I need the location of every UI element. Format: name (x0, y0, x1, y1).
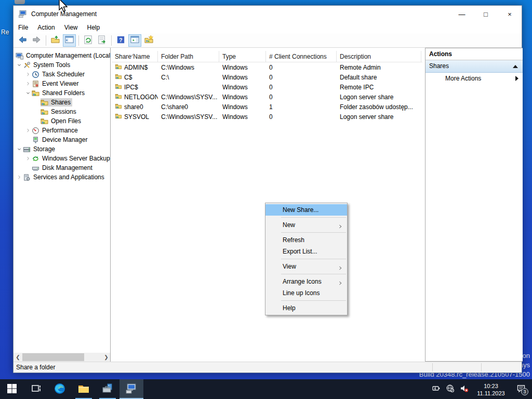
tray-volume-muted-button[interactable] (458, 379, 470, 399)
taskbar-start-button[interactable] (0, 379, 24, 399)
menu-item-label: New (283, 221, 295, 229)
chevron-right-icon[interactable] (24, 127, 32, 134)
context-menu-item-line-up-icons[interactable]: Line up Icons (265, 287, 347, 299)
taskbar-edge-button[interactable] (48, 379, 72, 399)
table-row-sysvol[interactable]: SYSVOLC:\Windows\SYSV...Windows0Logon se… (112, 112, 422, 122)
tree-item-system-tools[interactable]: System Tools (14, 60, 110, 70)
menu-help[interactable]: Help (83, 22, 105, 33)
tree-item-computer-management-local[interactable]: Computer Management (Local) (14, 51, 110, 60)
menu-view[interactable]: View (60, 22, 83, 33)
tools-icon (23, 61, 32, 69)
tree-item-content: Disk Management (32, 164, 94, 172)
cell-description: Remote Admin (337, 64, 421, 71)
console-tree-icon (64, 35, 74, 46)
context-menu-item-export-list[interactable]: Export List... (265, 246, 347, 257)
volume-muted-icon (460, 384, 469, 394)
tray-network-button[interactable] (444, 379, 456, 399)
taskbar-computer-management-button[interactable] (119, 379, 143, 399)
tree-item-performance[interactable]: Performance (14, 126, 110, 135)
chevron-right-icon[interactable] (16, 174, 23, 181)
taskbar-task-view-button[interactable] (24, 379, 48, 399)
tree-item-disk-management[interactable]: Disk Management (14, 163, 110, 172)
scrollbar-track[interactable] (22, 353, 102, 362)
show-console-tree-button[interactable] (63, 34, 76, 47)
cell-text: Windows (222, 113, 248, 121)
cell-text: Logon server share (340, 94, 393, 101)
close-button[interactable]: × (498, 6, 522, 22)
taskbar-file-explorer-button[interactable] (72, 379, 96, 399)
chevron-down-icon[interactable] (24, 89, 32, 97)
column-header-share-name[interactable]: Share Name (112, 51, 158, 62)
titlebar[interactable]: Computer Management —□× (14, 6, 522, 22)
context-menu-item-help[interactable]: Help (265, 302, 347, 314)
chevron-down-icon[interactable] (16, 145, 23, 153)
tree-item-shares[interactable]: Shares (14, 98, 110, 107)
tree-item-label: Windows Server Backup (41, 154, 111, 163)
desktop-icon-label[interactable]: Re (1, 29, 9, 36)
taskbar-clock[interactable]: 10:23 11.11.2023 (472, 382, 510, 397)
scrollbar-thumb[interactable] (22, 353, 84, 361)
column-header-client-connections[interactable]: # Client Connections (266, 51, 337, 62)
context-menu-item-new-share[interactable]: New Share... (265, 204, 347, 216)
export-list-button[interactable] (96, 34, 109, 47)
actions-group-shares[interactable]: Shares (425, 60, 523, 73)
shared-folder-icon (115, 83, 122, 91)
table-row-admin[interactable]: ADMIN$C:\WindowsWindows0Remote Admin (112, 62, 422, 72)
action-pane-icon (130, 35, 140, 46)
context-menu-item-new[interactable]: New (265, 219, 347, 231)
column-header-folder-path[interactable]: Folder Path (158, 51, 219, 62)
menu-file[interactable]: File (14, 22, 33, 33)
tree-item-storage[interactable]: Storage (14, 144, 110, 154)
cell-folder_path: C:\Windows (158, 64, 219, 71)
column-header-description[interactable]: Description (337, 51, 421, 62)
tree-item-windows-server-backup[interactable]: Windows Server Backup (14, 154, 110, 163)
tree-item-device-manager[interactable]: Device Manager (14, 135, 110, 144)
up-one-level-button[interactable] (49, 34, 62, 47)
menu-item-label: New Share... (283, 206, 318, 214)
cell-text: 1 (269, 103, 273, 111)
tree-item-content: Open Files (41, 117, 83, 125)
tree-item-services-and-applications[interactable]: Services and Applications (14, 172, 110, 182)
column-header-type[interactable]: Type (219, 51, 266, 62)
scroll-left-icon[interactable]: ❮ (14, 353, 22, 362)
task-scheduler-icon (32, 71, 41, 78)
chevron-right-icon[interactable] (24, 155, 32, 162)
statusbar-divider (432, 363, 433, 371)
tree-item-content: Event Viewer (32, 79, 80, 88)
tree-item-event-viewer[interactable]: Event Viewer (14, 79, 110, 88)
collapse-caret-icon[interactable] (513, 65, 518, 68)
tray-power-button[interactable] (430, 379, 442, 399)
tree-item-shared-folders[interactable]: Shared Folders (14, 88, 110, 98)
show-action-pane-button[interactable] (128, 34, 141, 47)
action-center-button[interactable]: 3 (512, 379, 530, 399)
taskbar-server-manager-button[interactable] (96, 379, 119, 399)
forward-button[interactable] (30, 34, 43, 47)
help-button[interactable]: ? (114, 34, 127, 47)
scroll-right-icon[interactable]: ❯ (102, 353, 111, 362)
chevron-right-icon[interactable] (24, 71, 32, 78)
refresh-button[interactable] (82, 34, 95, 47)
menu-action[interactable]: Action (33, 22, 59, 33)
tree-item-open-files[interactable]: Open Files (14, 116, 110, 126)
chevron-right-icon[interactable] (24, 80, 32, 87)
shared-folder-icon (115, 113, 122, 121)
new-share-button[interactable] (142, 34, 155, 47)
minimize-button[interactable]: — (450, 6, 474, 22)
tree-horizontal-scrollbar[interactable]: ❮ ❯ (14, 353, 111, 362)
back-button[interactable] (16, 34, 29, 47)
table-row-ipc[interactable]: IPC$Windows0Remote IPC (112, 82, 422, 92)
tree-item-task-scheduler[interactable]: Task Scheduler (14, 70, 110, 79)
table-row-netlogon[interactable]: NETLOGONC:\Windows\SYSV...Windows0Logon … (112, 92, 422, 102)
table-row-c[interactable]: C$C:\Windows0Default share (112, 72, 422, 82)
maximize-button[interactable]: □ (474, 6, 498, 22)
more-actions-item[interactable]: More Actions (425, 73, 523, 85)
table-row-share0[interactable]: share0C:\share0Windows1Folder zasobów ud… (112, 102, 422, 112)
cell-text: Logon server share (340, 113, 393, 121)
context-menu-item-refresh[interactable]: Refresh (265, 234, 347, 246)
cell-text: 0 (269, 64, 273, 71)
context-menu-item-arrange-icons[interactable]: Arrange Icons (265, 276, 347, 287)
actions-pane-title: Actions (425, 48, 523, 60)
chevron-down-icon[interactable] (16, 61, 23, 69)
tree-item-sessions[interactable]: Sessions (14, 107, 110, 116)
context-menu-item-view[interactable]: View (265, 261, 347, 272)
